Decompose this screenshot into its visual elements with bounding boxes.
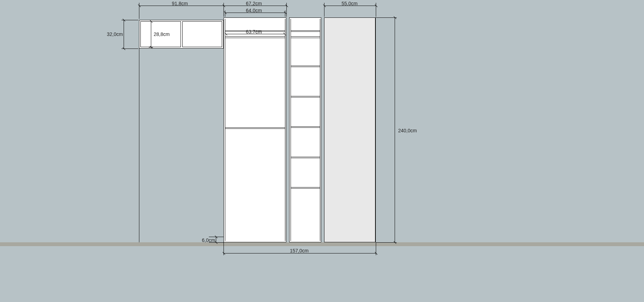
shelf-inner-left [291, 19, 291, 241]
dim-640: 64,0cm [246, 8, 262, 13]
shelf [291, 187, 320, 187]
shelf [291, 31, 320, 32]
frame-inner-right [285, 19, 285, 241]
dim-ext [139, 49, 139, 242]
shelf [291, 38, 320, 38]
shelf [291, 67, 320, 67]
dim-line [216, 237, 216, 242]
top-box-right [182, 21, 222, 47]
shelf [291, 30, 320, 31]
shelf-inner-right [320, 19, 320, 241]
dim-line [395, 17, 395, 242]
shelf [291, 127, 320, 128]
dim-320: 32,0cm [107, 31, 123, 37]
frame-inner-left [225, 19, 225, 241]
drawing-canvas: 91,8cm 67,2cm 64,0cm 55,0cm 63,7cm 32,0c… [0, 0, 644, 302]
shelf [291, 36, 320, 37]
shelf-line [225, 128, 285, 129]
dim-918: 91,8cm [172, 1, 188, 6]
shelf-line [225, 127, 285, 128]
dim-1570: 157,0cm [290, 248, 309, 253]
shelf [291, 157, 320, 157]
dim-ext [225, 10, 225, 17]
dim-2400: 240,0cm [398, 128, 417, 133]
shelf-column-frame [289, 17, 321, 242]
dim-ext [376, 242, 397, 243]
right-panel-edge [375, 17, 376, 242]
dim-60: 6,0cm [202, 237, 215, 243]
shelf [291, 126, 320, 127]
floor [0, 242, 644, 246]
shelf [291, 97, 320, 97]
dim-288: 28,8cm [154, 31, 170, 37]
shelf [291, 96, 320, 96]
shelf [291, 188, 320, 189]
dim-line [151, 21, 151, 47]
dim-637: 63,7cm [246, 29, 262, 35]
rod-line [225, 38, 285, 38]
dim-550: 55,0cm [342, 1, 358, 6]
right-panel [324, 17, 376, 242]
shelf [291, 158, 320, 158]
rod-line [225, 36, 285, 37]
wardrobe-left-frame [224, 17, 286, 242]
dim-line [124, 20, 124, 49]
dim-ext [376, 17, 397, 18]
dim-672: 67,2cm [246, 1, 262, 6]
dim-ext [285, 10, 285, 17]
shelf [291, 66, 320, 66]
